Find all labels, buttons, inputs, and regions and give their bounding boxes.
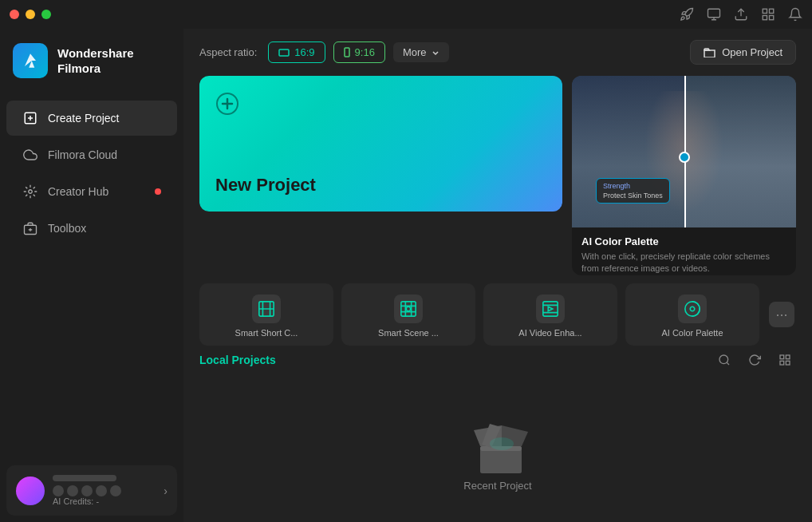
sidebar-logo: Wondershare Filmora [0,29,183,93]
empty-state: Recent Project [183,378,812,522]
rocket-icon[interactable] [680,7,694,22]
title-bar [0,0,812,29]
sidebar-item-label-creator: Creator Hub [48,185,108,198]
search-button[interactable] [713,349,735,371]
toolbox-icon [22,220,38,236]
svg-rect-17 [543,302,558,316]
ai-tool-smart-scene[interactable]: Smart Scene ... [341,283,475,346]
ai-tool-label-0: Smart Short C... [207,328,325,338]
sidebar-item-label-create: Create Project [48,112,119,125]
monitor-icon[interactable] [707,7,721,22]
color-palette-icon [678,295,707,323]
new-project-plus-icon [215,92,239,121]
ai-tool-label-2: AI Video Enha... [491,328,609,338]
refresh-button[interactable] [743,349,766,371]
sidebar: Wondershare Filmora Create Project [0,29,183,522]
maximize-button[interactable] [41,10,51,19]
skin-tones-ui-box: Strength Protect Skin Tones [596,178,670,204]
aspect-ratio-label: Aspect ratio: [199,46,257,58]
video-enhance-icon [536,295,565,323]
svg-rect-11 [279,49,289,56]
title-bar-icons [680,7,802,22]
grid-view-button[interactable] [774,349,796,371]
credit-dot-1 [53,485,64,496]
user-name-placeholder [53,475,116,481]
user-forward-icon[interactable]: › [164,484,168,497]
minimize-button[interactable] [26,10,35,19]
close-button[interactable] [10,10,19,19]
toolbar: Aspect ratio: 16:9 9:16 More [183,29,812,76]
open-project-button[interactable]: Open Project [690,40,796,65]
empty-state-label: Recent Project [463,480,531,492]
aspect-16-9-button[interactable]: 16:9 [268,42,325,63]
svg-point-7 [29,190,33,194]
feature-description: With one click, precisely replicate colo… [581,251,786,275]
notification-dot [155,188,161,195]
new-project-card[interactable]: New Project [199,76,562,212]
svg-rect-25 [786,361,790,365]
more-tools-button[interactable]: ··· [769,302,794,327]
new-project-title: New Project [215,175,546,196]
svg-point-20 [719,355,728,364]
create-project-icon [22,110,38,126]
app-name: Wondershare Filmora [57,45,171,77]
user-avatar [16,477,45,505]
empty-box-illustration [466,408,530,472]
svg-rect-5 [770,16,774,20]
sidebar-item-label-cloud: Filmora Cloud [48,148,117,161]
svg-rect-0 [708,9,720,18]
svg-rect-22 [780,355,784,359]
sidebar-item-creator-hub[interactable]: Creator Hub [6,174,177,209]
ai-tool-color-palette[interactable]: AI Color Palette [625,283,759,346]
feature-card: Strength Protect Skin Tones AI Color Pal… [572,76,796,275]
svg-rect-2 [763,9,767,13]
main-content: Aspect ratio: 16:9 9:16 More [183,29,812,522]
credit-dot-4 [96,485,107,496]
feature-info: AI Color Palette With one click, precise… [572,227,796,275]
app-body: Wondershare Filmora Create Project [0,29,812,522]
apps-icon[interactable] [761,7,775,22]
user-credits-icons [53,485,156,496]
credit-dot-5 [110,485,121,496]
svg-point-19 [690,306,695,311]
ai-tool-video-enhance[interactable]: AI Video Enha... [483,283,617,346]
credit-dot-3 [81,485,93,496]
user-credits-text: AI Credits: - [53,496,156,506]
svg-line-21 [727,362,729,365]
ai-tool-label-3: AI Color Palette [633,328,751,338]
user-info: AI Credits: - [53,475,156,506]
ai-tool-smart-short-clip[interactable]: Smart Short C... [199,283,333,346]
user-profile-bar[interactable]: AI Credits: - › [6,465,177,516]
app-logo-icon [13,43,48,78]
svg-point-15 [406,306,411,311]
hero-area: New Project Stre [183,76,812,275]
strength-label: Strength [603,182,663,190]
svg-rect-24 [780,361,784,365]
protect-skin-label: Protect Skin Tones [603,192,663,200]
svg-point-31 [490,437,514,450]
svg-rect-3 [770,9,774,13]
ai-tool-label-1: Smart Scene ... [349,328,467,338]
svg-rect-12 [345,48,349,57]
svg-rect-4 [763,16,767,20]
feature-image: Strength Protect Skin Tones [572,76,796,227]
more-tools-area: ··· [767,290,796,339]
credit-dot-2 [67,485,78,496]
upload-icon[interactable] [734,7,748,22]
sidebar-item-toolbox[interactable]: Toolbox [6,211,177,246]
section-actions [713,349,796,371]
svg-rect-23 [786,355,790,359]
smart-short-clip-icon [252,295,281,323]
local-projects-header: Local Projects [183,346,812,378]
smart-scene-icon [394,295,423,323]
sidebar-item-filmora-cloud[interactable]: Filmora Cloud [6,137,177,172]
split-circle-handle [679,152,690,163]
sidebar-item-label-toolbox: Toolbox [48,222,86,235]
aspect-9-16-button[interactable]: 9:16 [333,42,385,63]
feature-title: AI Color Palette [581,235,786,247]
sidebar-item-create-project[interactable]: Create Project [6,101,177,136]
creator-hub-icon [22,184,38,200]
box-svg [466,408,538,480]
bell-icon[interactable] [788,7,802,22]
more-button[interactable]: More [393,42,449,62]
